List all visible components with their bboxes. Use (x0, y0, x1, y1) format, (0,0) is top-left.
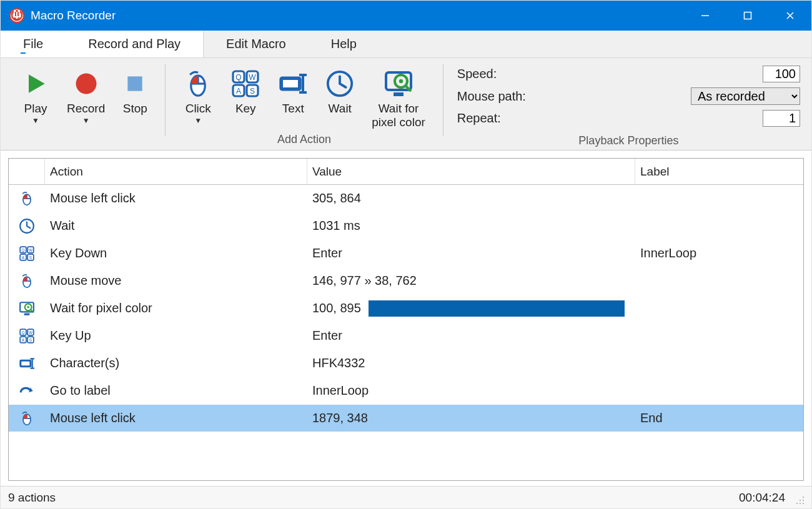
cell-action: Key Down (45, 244, 307, 263)
svg-rect-21 (745, 12, 751, 19)
action-grid: Action Value Label Mouse left click305, … (8, 158, 804, 481)
stop-button[interactable]: Stop (114, 63, 156, 127)
cell-action: Key Up (45, 326, 307, 345)
menu-edit-macro[interactable]: Edit Macro (204, 31, 309, 57)
cell-label (635, 279, 803, 284)
menu-bar: File Record and Play Edit Macro Help (1, 31, 811, 58)
clock-icon (325, 66, 354, 102)
speed-label: Speed: (457, 67, 542, 81)
cell-label (635, 306, 803, 311)
keyboard-icon (230, 66, 260, 102)
svg-rect-23 (128, 76, 142, 91)
repeat-label: Repeat: (457, 111, 542, 126)
playback-properties: Speed: Mouse path: As recorded Repeat: P… (446, 63, 805, 147)
record-icon (72, 66, 100, 102)
status-bar: 9 actions 00:04:24 (1, 486, 811, 508)
repeat-input[interactable] (763, 110, 800, 127)
cell-value: 1879, 348 (307, 408, 635, 428)
cell-label (635, 196, 803, 201)
cell-action: Go to label (45, 381, 307, 400)
table-row[interactable]: Wait1031 ms (9, 212, 803, 240)
record-button[interactable]: Record ▼ (58, 63, 114, 127)
mouse-icon (9, 188, 45, 209)
play-icon (22, 66, 49, 102)
play-button[interactable]: Play ▼ (13, 63, 58, 127)
cell-value: Enter (307, 326, 635, 345)
cell-label: InnerLoop (635, 244, 803, 263)
titlebar[interactable]: Macro Recorder (1, 1, 811, 31)
table-row[interactable]: Wait for pixel color100, 895 (9, 295, 803, 322)
app-icon (9, 8, 24, 23)
cell-action: Character(s) (45, 353, 307, 373)
chevron-down-icon: ▼ (32, 117, 39, 126)
ribbon: Play ▼ Record ▼ Stop (1, 58, 811, 151)
speed-input[interactable] (763, 66, 800, 82)
add-key-button[interactable]: Key (222, 63, 269, 131)
table-row[interactable]: Key DownEnterInnerLoop (9, 240, 803, 267)
cell-label (635, 388, 803, 393)
minimize-button[interactable] (684, 1, 726, 31)
app-window: Macro Recorder File Record and Play Edit… (0, 0, 812, 509)
cell-action: Mouse left click (45, 408, 307, 428)
app-title: Macro Recorder (31, 9, 684, 22)
add-wait-button[interactable]: Wait (317, 63, 363, 131)
cell-value: 305, 864 (307, 189, 635, 208)
cell-label (635, 334, 803, 339)
add-wait-pixel-button[interactable]: Wait for pixel color (363, 63, 434, 131)
cell-action: Mouse move (45, 271, 307, 290)
group-add-action-label: Add Action (277, 133, 331, 146)
clock-icon (9, 215, 45, 237)
pixel-icon (9, 298, 45, 319)
group-playback-label: Playback Properties (578, 134, 678, 147)
cell-action: Wait for pixel color (45, 299, 307, 318)
keys-icon (9, 243, 45, 264)
table-row[interactable]: Mouse move146, 977 » 38, 762 (9, 267, 803, 295)
col-action: Action (45, 159, 307, 184)
svg-point-22 (76, 74, 96, 94)
col-label: Label (635, 159, 803, 184)
add-click-button[interactable]: Click ▼ (174, 63, 222, 131)
table-row[interactable]: Mouse left click1879, 348End (9, 405, 803, 432)
cell-value: 100, 895 (307, 298, 635, 319)
mouse-path-select[interactable]: As recorded (691, 87, 800, 105)
cell-value: Enter (307, 244, 635, 263)
table-row[interactable]: Go to labelInnerLoop (9, 377, 803, 405)
table-row[interactable]: Mouse left click305, 864 (9, 185, 803, 212)
col-value: Value (307, 159, 635, 184)
menu-help[interactable]: Help (309, 31, 379, 57)
keys-icon (9, 325, 45, 347)
menu-record-play[interactable]: Record and Play (66, 31, 204, 57)
text-icon (278, 66, 308, 102)
cell-value: 146, 977 » 38, 762 (307, 271, 635, 290)
cell-action: Wait (45, 216, 307, 235)
close-button[interactable] (769, 1, 811, 31)
chevron-down-icon: ▼ (82, 117, 90, 126)
cell-value: 1031 ms (307, 216, 635, 235)
cell-label (635, 361, 803, 366)
chevron-down-icon: ▼ (194, 117, 202, 126)
cell-action: Mouse left click (45, 189, 307, 208)
goto-icon (9, 380, 45, 402)
maximize-button[interactable] (726, 1, 769, 31)
mouse-icon (9, 270, 45, 292)
mouse-icon (9, 408, 45, 429)
resize-grip-icon[interactable] (791, 492, 804, 504)
status-count: 9 actions (8, 491, 56, 505)
color-swatch (369, 300, 625, 317)
status-time: 00:04:24 (739, 491, 785, 505)
mouse-icon (183, 66, 213, 102)
add-text-button[interactable]: Text (269, 63, 317, 131)
cell-label (635, 224, 803, 229)
cell-label: End (635, 408, 803, 428)
table-row[interactable]: Character(s)HFK4332 (9, 350, 803, 377)
cell-value: InnerLoop (307, 381, 635, 400)
mouse-path-label: Mouse path: (457, 89, 542, 104)
wait-pixel-icon (384, 66, 413, 102)
stop-icon (122, 66, 147, 102)
table-row[interactable]: Key UpEnter (9, 322, 803, 350)
menu-file[interactable]: File (1, 31, 66, 57)
text-icon (9, 353, 45, 374)
cell-value: HFK4332 (307, 353, 635, 373)
grid-header: Action Value Label (9, 159, 803, 185)
